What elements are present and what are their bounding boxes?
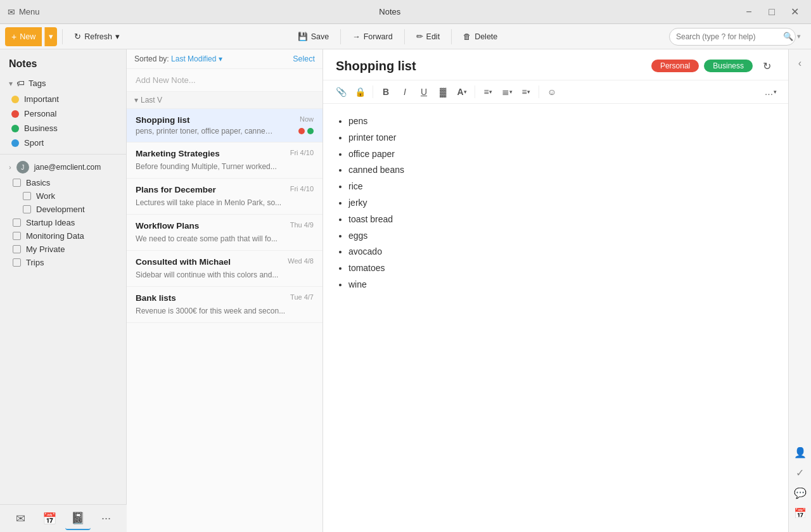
select-button[interactable]: Select bbox=[293, 54, 315, 63]
sidebar-item-development[interactable]: Development bbox=[0, 203, 126, 216]
nav-more-button[interactable]: ··· bbox=[94, 507, 119, 530]
sidebar-item-startup-ideas[interactable]: Startup Ideas bbox=[0, 216, 126, 229]
note-list: Sorted by: Last Modified ▾ Select Add Ne… bbox=[127, 49, 323, 532]
toolbar-separator-3 bbox=[404, 29, 405, 44]
sort-value[interactable]: Last Modified ▾ bbox=[171, 54, 222, 63]
numbered-list-icon: ≣ bbox=[502, 87, 509, 97]
add-new-note[interactable]: Add New Note... bbox=[127, 69, 322, 92]
my-private-checkbox[interactable] bbox=[13, 245, 21, 253]
close-button[interactable]: ✕ bbox=[786, 3, 803, 21]
search-input[interactable] bbox=[669, 28, 796, 46]
forward-icon: → bbox=[352, 32, 361, 41]
list-item: eggs bbox=[348, 229, 774, 244]
italic-button[interactable]: I bbox=[396, 83, 414, 101]
avatar: J bbox=[16, 161, 29, 174]
nav-mail-button[interactable]: ✉ bbox=[8, 507, 34, 530]
sidebar-item-my-private[interactable]: My Private bbox=[0, 243, 126, 256]
nav-calendar-button[interactable]: 📅 bbox=[37, 507, 62, 530]
highlight-button[interactable]: ▓ bbox=[434, 83, 452, 101]
chat-button[interactable]: 💬 bbox=[791, 484, 809, 502]
toolbar-separator-1 bbox=[62, 29, 63, 44]
account-item[interactable]: › J jane@emclient.com bbox=[0, 158, 126, 176]
shopping-list: pens printer toner office paper canned b… bbox=[337, 114, 774, 293]
editor-toolbar-separator-2 bbox=[475, 86, 475, 98]
sidebar-item-monitoring-data[interactable]: Monitoring Data bbox=[0, 229, 126, 243]
account-section: › J jane@emclient.com Basics Work Develo… bbox=[0, 154, 126, 273]
more-dropdown-icon: ▾ bbox=[774, 89, 777, 95]
note-item-header: Bank lists Tue 4/7 bbox=[136, 293, 314, 303]
monitoring-data-checkbox[interactable] bbox=[13, 232, 21, 240]
editor-content[interactable]: pens printer toner office paper canned b… bbox=[323, 104, 788, 532]
save-button[interactable]: 💾 Save bbox=[291, 27, 336, 46]
note-item-workflow[interactable]: Workflow Plans Thu 4/9 We need to create… bbox=[127, 215, 322, 251]
tag-edit-button[interactable]: ↻ bbox=[758, 57, 776, 75]
font-color-icon: A bbox=[457, 87, 463, 97]
bold-button[interactable]: B bbox=[377, 83, 395, 101]
note-date: Now bbox=[300, 115, 314, 123]
delete-icon: 🗑 bbox=[463, 32, 471, 41]
align-dropdown-icon: ▾ bbox=[527, 89, 530, 95]
more-options-button[interactable]: … ▾ bbox=[762, 83, 779, 101]
note-item-consulted-michael[interactable]: Consulted with Michael Wed 4/8 Sidebar w… bbox=[127, 251, 322, 287]
note-item-header: Shopping list Now bbox=[136, 115, 314, 125]
nav-notes-button[interactable]: 📓 bbox=[65, 507, 91, 530]
tags-header[interactable]: ▾ 🏷 Tags bbox=[0, 76, 126, 91]
collapse-panel-button[interactable]: ‹ bbox=[791, 54, 809, 72]
note-item-shopping-list[interactable]: Shopping list Now pens, printer toner, o… bbox=[127, 109, 322, 142]
list-item: avocado bbox=[348, 244, 774, 260]
note-date: Fri 4/10 bbox=[290, 149, 314, 156]
note-title: Plans for December bbox=[136, 185, 216, 194]
note-title: Workflow Plans bbox=[136, 221, 199, 231]
note-group-header: ▾ Last V bbox=[127, 92, 322, 109]
refresh-button[interactable]: ↻ Refresh ▾ bbox=[68, 27, 126, 46]
basics-checkbox[interactable] bbox=[13, 179, 21, 187]
attachment-button[interactable]: 📎 bbox=[332, 83, 350, 101]
edit-button[interactable]: ✏ Edit bbox=[410, 27, 447, 46]
personal-color-dot bbox=[11, 110, 19, 118]
maximize-button[interactable]: □ bbox=[763, 3, 781, 21]
note-preview: pens, printer toner, office paper, canne… bbox=[136, 127, 275, 136]
startup-ideas-checkbox[interactable] bbox=[13, 218, 21, 227]
note-preview: Sidebar will continue with this colors a… bbox=[136, 270, 278, 279]
underline-button[interactable]: U bbox=[415, 83, 433, 101]
work-checkbox[interactable] bbox=[23, 192, 31, 200]
minimize-button[interactable]: − bbox=[740, 3, 758, 21]
check-button[interactable]: ✓ bbox=[791, 464, 809, 481]
sidebar-item-personal[interactable]: Personal bbox=[3, 106, 124, 121]
new-button[interactable]: + New bbox=[5, 27, 42, 46]
numbered-list-button[interactable]: ≣ ▾ bbox=[498, 83, 516, 101]
sidebar-item-trips[interactable]: Trips bbox=[0, 256, 126, 269]
align-button[interactable]: ≡ ▾ bbox=[517, 83, 535, 101]
delete-button[interactable]: 🗑 Delete bbox=[457, 27, 504, 46]
list-item: tomatoes bbox=[348, 261, 774, 276]
sort-chevron-icon: ▾ bbox=[219, 54, 222, 63]
note-item-plans-december[interactable]: Plans for December Fri 4/10 Lectures wil… bbox=[127, 179, 322, 215]
toolbar-separator-4 bbox=[451, 29, 452, 44]
list-item: rice bbox=[348, 179, 774, 194]
sidebar-item-basics[interactable]: Basics bbox=[0, 176, 126, 189]
chevron-down-icon: ▾ bbox=[9, 79, 13, 88]
editor-toolbar-separator-1 bbox=[373, 86, 373, 98]
note-item-footer: pens, printer toner, office paper, canne… bbox=[136, 127, 314, 136]
trips-checkbox[interactable] bbox=[13, 258, 21, 267]
person-button[interactable]: 👤 bbox=[791, 443, 809, 461]
lock-button[interactable]: 🔒 bbox=[351, 83, 369, 101]
forward-button[interactable]: → Forward bbox=[346, 27, 399, 46]
development-checkbox[interactable] bbox=[23, 205, 31, 213]
group-chevron-icon: ▾ bbox=[134, 96, 138, 104]
list-item: toast bread bbox=[348, 212, 774, 227]
emoji-button[interactable]: ☺ bbox=[543, 83, 561, 101]
sidebar-item-important[interactable]: Important bbox=[3, 92, 124, 106]
business-tag[interactable]: Business bbox=[704, 60, 753, 72]
list-item: canned beans bbox=[348, 163, 774, 178]
bullet-list-button[interactable]: ≡ ▾ bbox=[479, 83, 497, 101]
calendar-side-button[interactable]: 📅 bbox=[791, 504, 809, 522]
sidebar-item-sport[interactable]: Sport bbox=[3, 136, 124, 150]
sidebar-item-business[interactable]: Business bbox=[3, 121, 124, 136]
sidebar-item-work[interactable]: Work bbox=[0, 189, 126, 203]
note-item-bank-lists[interactable]: Bank lists Tue 4/7 Revenue is 3000€ for … bbox=[127, 287, 322, 323]
font-color-button[interactable]: A ▾ bbox=[453, 83, 471, 101]
note-item-marketing[interactable]: Marketing Strategies Fri 4/10 Before fou… bbox=[127, 142, 322, 179]
new-dropdown-button[interactable]: ▾ bbox=[44, 27, 57, 46]
personal-tag[interactable]: Personal bbox=[651, 60, 699, 72]
